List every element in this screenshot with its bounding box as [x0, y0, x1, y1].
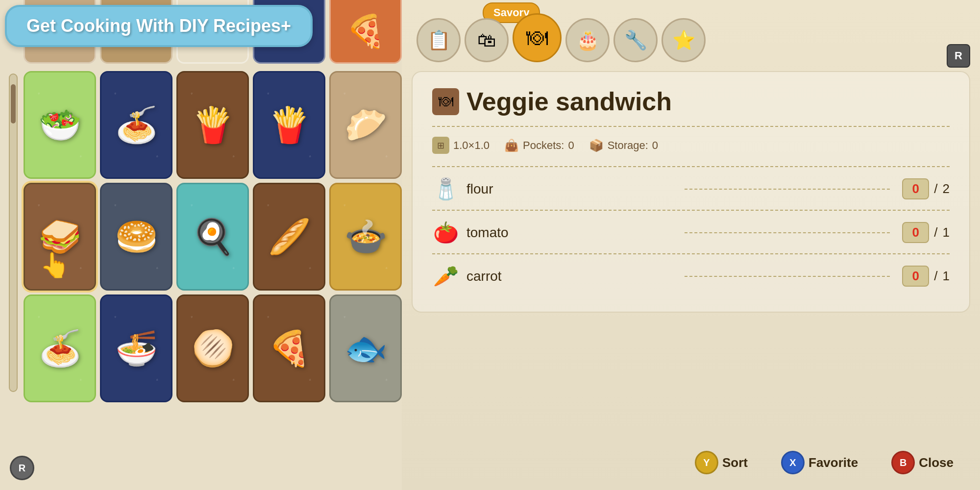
nav-tab-bag-icon: 🛍: [477, 30, 496, 51]
favorite-button[interactable]: X Favorite: [769, 445, 870, 480]
sort-button[interactable]: Y Sort: [683, 445, 760, 480]
left-panel: 🧆 🥗 🍲 🍕 Get Cooking With DIY Recipes+ 🥗 …: [0, 0, 402, 490]
nav-tab-cake[interactable]: 🎂: [565, 18, 610, 62]
food-emoji-13: 🫓: [192, 331, 234, 366]
count-sep-tomato: /: [934, 225, 937, 240]
ingredient-row-flour: 🧂 flour 0 / 2: [432, 177, 950, 201]
r-button-left[interactable]: R: [10, 456, 34, 480]
ingredients-list: 🧂 flour 0 / 2 🍅 tomato: [432, 177, 950, 288]
partial-card-5[interactable]: 🍕: [329, 0, 402, 64]
scrollbar-thumb: [11, 84, 16, 123]
pockets-value: 0: [568, 139, 574, 152]
nav-tab-tools[interactable]: 🔧: [613, 18, 658, 62]
recipe-card-2[interactable]: 🍝: [100, 71, 172, 179]
recipe-title: Veggie sandwich: [466, 87, 672, 116]
nav-tab-all[interactable]: 📋: [416, 18, 461, 62]
recipe-card-10[interactable]: 🍲: [329, 183, 402, 291]
ingredient-row-tomato: 🍅 tomato 0 / 1: [432, 220, 950, 245]
storage-value: 0: [652, 139, 658, 152]
recipe-detail: 🍽 Veggie sandwich ⊞ 1.0×1.0 👜 Pockets: 0…: [412, 71, 970, 313]
count-have-carrot: 0: [902, 266, 929, 287]
close-button-label: Close: [919, 455, 954, 470]
food-emoji-1: 🥗: [39, 108, 81, 142]
food-emoji-14: 🍕: [268, 331, 311, 366]
recipe-meta: ⊞ 1.0×1.0 👜 Pockets: 0 📦 Storage: 0: [432, 137, 950, 154]
top-banner: Get Cooking With DIY Recipes+: [5, 5, 313, 47]
recipe-card-15[interactable]: 🐟: [329, 294, 402, 402]
recipe-card-selected[interactable]: 🥪 👆: [24, 183, 96, 291]
pockets-icon: 👜: [504, 139, 519, 152]
recipe-card-8[interactable]: 🍳: [176, 183, 249, 291]
meta-size: ⊞ 1.0×1.0: [432, 137, 490, 154]
title-divider: [432, 126, 950, 127]
r-button-right[interactable]: R: [947, 44, 970, 68]
r-button-right-label: R: [955, 49, 962, 62]
ingredient-icon-carrot: 🥕: [432, 264, 459, 288]
r-button-left-label: R: [19, 463, 25, 474]
ingredient-name-tomato: tomato: [466, 225, 672, 241]
nav-tab-star-icon: ⭐: [672, 29, 695, 51]
recipe-card-11[interactable]: 🍝: [24, 294, 96, 402]
favorite-button-circle: X: [781, 451, 805, 474]
dots-flour: [685, 189, 890, 190]
close-button[interactable]: B Close: [880, 445, 965, 480]
ing-divider-1: [432, 210, 950, 211]
recipe-card-12[interactable]: 🍜: [100, 294, 172, 402]
dots-carrot: [685, 276, 890, 277]
count-sep-flour: /: [934, 181, 937, 196]
recipe-card-9[interactable]: 🥖: [253, 183, 325, 291]
nav-tab-food[interactable]: 🍽: [513, 13, 562, 62]
recipe-size: 1.0×1.0: [453, 139, 490, 152]
ingredient-icon-flour: 🧂: [432, 177, 459, 201]
pockets-label: Pockets:: [523, 139, 564, 152]
food-emoji-12: 🍜: [115, 331, 158, 366]
food-emoji-selected: 🥪: [39, 220, 81, 254]
nav-tab-all-icon: 📋: [427, 29, 450, 51]
close-button-circle: B: [891, 451, 915, 474]
nav-tab-cake-icon: 🎂: [576, 29, 599, 51]
ing-divider-2: [432, 253, 950, 254]
count-have-tomato: 0: [902, 222, 929, 243]
count-flour: 0 / 2: [902, 178, 950, 199]
count-have-flour: 0: [902, 178, 929, 199]
food-emoji-15: 🐟: [344, 331, 387, 366]
dots-tomato: [685, 232, 890, 233]
ingredient-row-carrot: 🥕 carrot 0 / 1: [432, 264, 950, 288]
recipe-icon: 🍽: [432, 88, 459, 115]
count-tomato: 0 / 1: [902, 222, 950, 243]
close-button-circle-label: B: [900, 457, 906, 468]
scrollbar[interactable]: [9, 74, 18, 392]
sort-button-label: Sort: [722, 455, 748, 470]
meta-pockets: 👜 Pockets: 0: [504, 139, 574, 152]
recipe-card-14[interactable]: 🍕: [253, 294, 325, 402]
nav-tab-bag[interactable]: 🛍: [465, 18, 509, 62]
count-carrot: 0 / 1: [902, 266, 950, 287]
nav-tab-tools-icon: 🔧: [624, 29, 647, 51]
recipe-card-13[interactable]: 🫓: [176, 294, 249, 402]
recipe-card-1[interactable]: 🥗: [24, 71, 96, 179]
ingredient-icon-tomato: 🍅: [432, 220, 459, 245]
food-emoji-9: 🥖: [268, 220, 311, 254]
storage-icon: 📦: [589, 139, 604, 152]
recipe-icon-emoji: 🍽: [439, 93, 453, 110]
food-emoji-4: 🍟: [268, 108, 311, 142]
nav-tab-food-icon: 🍽: [526, 25, 548, 50]
storage-label: Storage:: [608, 139, 648, 152]
sort-button-circle: Y: [695, 451, 718, 474]
food-emoji-3: 🍟: [192, 108, 234, 142]
recipe-card-5[interactable]: 🥟: [329, 71, 402, 179]
recipe-grid: 🥗 🍝 🍟 🍟 🥟 🥪 👆 🥯 🍳 🥖 🍲: [24, 71, 402, 402]
top-nav: 📋 🛍 🍽 🎂 🔧 ⭐: [402, 0, 980, 66]
app-title: Get Cooking With DIY Recipes+: [26, 16, 291, 36]
sort-button-circle-label: Y: [703, 457, 710, 468]
right-panel: Savory 📋 🛍 🍽 🎂 🔧 ⭐ R 🍽 Ve: [402, 0, 980, 490]
recipe-card-4[interactable]: 🍟: [253, 71, 325, 179]
bottom-buttons: Y Sort X Favorite B Close: [683, 445, 965, 480]
recipe-card-7[interactable]: 🥯: [100, 183, 172, 291]
food-emoji-10: 🍲: [344, 220, 387, 254]
favorite-button-circle-label: X: [789, 457, 796, 468]
recipe-card-3[interactable]: 🍟: [176, 71, 249, 179]
nav-tab-star[interactable]: ⭐: [662, 18, 706, 62]
food-emoji-11: 🍝: [39, 331, 81, 366]
ingredient-name-carrot: carrot: [466, 269, 672, 284]
